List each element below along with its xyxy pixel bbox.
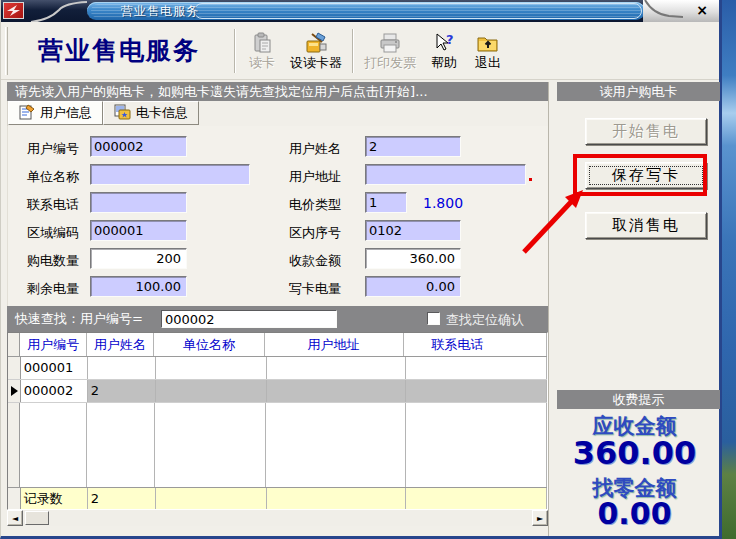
serial-no-field[interactable]: [365, 220, 461, 241]
user-name-label: 用户姓名: [289, 140, 341, 158]
toolbar-separator: [234, 29, 236, 73]
print-invoice-label: 打印发票: [364, 54, 416, 72]
price-type-label: 电价类型: [289, 196, 341, 214]
print-invoice-button: 打印发票: [358, 25, 422, 77]
svg-text:?: ?: [446, 32, 454, 47]
table-row[interactable]: 000001: [8, 357, 547, 380]
record-count-value: 2: [88, 488, 156, 509]
amount-received-field[interactable]: [365, 248, 461, 269]
toolbar: 营业售电服务 读卡 设读卡器 打印发票 ? 帮助: [1, 22, 719, 80]
window-title: 营业售电服务: [121, 3, 199, 20]
table-footer-row: 记录数 2: [8, 487, 547, 509]
table-row-selected[interactable]: 000002 2: [8, 380, 547, 403]
tab-card-info-label: 电卡信息: [136, 104, 188, 122]
record-count-label: 记录数: [21, 488, 88, 509]
help-icon: ?: [433, 30, 455, 54]
set-reader-icon: [304, 30, 328, 54]
user-info-form: 用户编号 用户姓名 单位名称 用户地址 联系电话 电价类型 1.800 区域编码…: [7, 126, 548, 306]
change-amount-value: 0.00: [549, 496, 720, 531]
user-name-field[interactable]: [365, 136, 461, 157]
price-type-field[interactable]: [365, 192, 407, 213]
read-card-panel-header: 读用户购电卡: [557, 82, 720, 101]
col-org-name[interactable]: 单位名称: [154, 333, 264, 356]
col-user-name[interactable]: 用户姓名: [87, 333, 154, 356]
user-id-label: 用户编号: [27, 140, 79, 158]
col-address[interactable]: 用户地址: [265, 333, 404, 356]
amount-received-label: 收款金额: [289, 252, 341, 270]
user-table: 用户编号 用户姓名 单位名称 用户地址 联系电话 000001 000002 2: [7, 332, 548, 510]
locate-confirm-checkbox[interactable]: [427, 312, 440, 325]
serial-no-label: 区内序号: [289, 224, 341, 242]
quick-search-label: 快速查找：用户编号=: [15, 310, 143, 328]
card-operation-panel: 读用户购电卡 开始售电 保存写卡 取消售电 收费提示 应收金额 360.00 找…: [548, 82, 719, 536]
org-name-label: 单位名称: [27, 168, 79, 186]
exit-icon: [476, 30, 500, 54]
purchase-qty-field[interactable]: [90, 248, 187, 269]
set-reader-button[interactable]: 设读卡器: [284, 25, 348, 77]
fee-panel-header: 收费提示: [557, 390, 720, 409]
region-code-label: 区域编码: [27, 224, 79, 242]
app-window: 营业售电服务 × 营业售电服务 读卡 设读卡器 打印发票: [0, 0, 722, 539]
tab-user-info-label: 用户信息: [40, 104, 92, 122]
scrollbar-thumb[interactable]: [25, 511, 49, 525]
read-card-icon: [251, 30, 273, 54]
phone-label: 联系电话: [27, 196, 79, 214]
card-power-field[interactable]: [365, 276, 461, 297]
quick-search-bar: 快速查找：用户编号= 查找定位确认: [7, 306, 548, 332]
horizontal-scrollbar[interactable]: ◄ ►: [7, 510, 548, 526]
price-rate-value: 1.800: [423, 195, 463, 211]
exit-button[interactable]: 退出: [466, 25, 510, 77]
help-button[interactable]: ? 帮助: [422, 25, 466, 77]
row-indicator-header: [8, 333, 20, 356]
read-card-label: 读卡: [249, 54, 275, 72]
col-phone[interactable]: 联系电话: [404, 333, 547, 356]
exit-label: 退出: [475, 54, 501, 72]
tab-strip: 用户信息 电卡信息: [7, 101, 548, 126]
org-name-field[interactable]: [90, 164, 250, 185]
phone-field[interactable]: [90, 192, 187, 213]
user-id-field[interactable]: [90, 136, 187, 157]
address-field[interactable]: [365, 164, 526, 185]
quick-search-input[interactable]: [161, 310, 337, 328]
remaining-power-label: 剩余电量: [27, 280, 79, 298]
user-info-icon: [19, 104, 35, 123]
current-row-marker-icon: [11, 386, 18, 396]
close-icon[interactable]: ×: [694, 2, 710, 19]
purchase-qty-label: 购电数量: [27, 252, 79, 270]
address-label: 用户地址: [289, 168, 341, 186]
tab-card-info[interactable]: 电卡信息: [103, 101, 199, 125]
required-dot: [529, 178, 532, 181]
card-info-icon: [114, 104, 131, 123]
start-sale-button: 开始售电: [585, 118, 707, 145]
prompt-bar: 请先读入用户的购电卡，如购电卡遗失请先查找定位用户后点击[开始]...: [7, 82, 548, 101]
print-invoice-icon: [378, 30, 402, 54]
tab-user-info[interactable]: 用户信息: [8, 101, 103, 125]
titlebar-swoosh: [1, 0, 91, 22]
col-user-id[interactable]: 用户编号: [20, 333, 87, 356]
toolbar-separator: [352, 29, 354, 73]
focus-rectangle: [589, 166, 703, 185]
help-label: 帮助: [431, 54, 457, 72]
remaining-power-field[interactable]: [90, 276, 187, 297]
set-reader-label: 设读卡器: [290, 54, 342, 72]
receivable-amount-value: 360.00: [549, 434, 720, 472]
read-card-button: 读卡: [240, 25, 284, 77]
table-empty-area: [8, 403, 547, 487]
locate-confirm-label: 查找定位确认: [446, 311, 524, 329]
save-write-card-button[interactable]: 保存写卡: [585, 162, 707, 189]
page-title: 营业售电服务: [8, 34, 230, 67]
card-power-label: 写卡电量: [289, 280, 341, 298]
table-header-row: 用户编号 用户姓名 单位名称 用户地址 联系电话: [8, 333, 547, 357]
scroll-right-icon[interactable]: ►: [532, 510, 548, 526]
scroll-left-icon[interactable]: ◄: [7, 510, 23, 526]
titlebar: 营业售电服务 ×: [1, 0, 719, 22]
cancel-sale-button[interactable]: 取消售电: [585, 212, 707, 239]
region-code-field[interactable]: [90, 220, 187, 241]
